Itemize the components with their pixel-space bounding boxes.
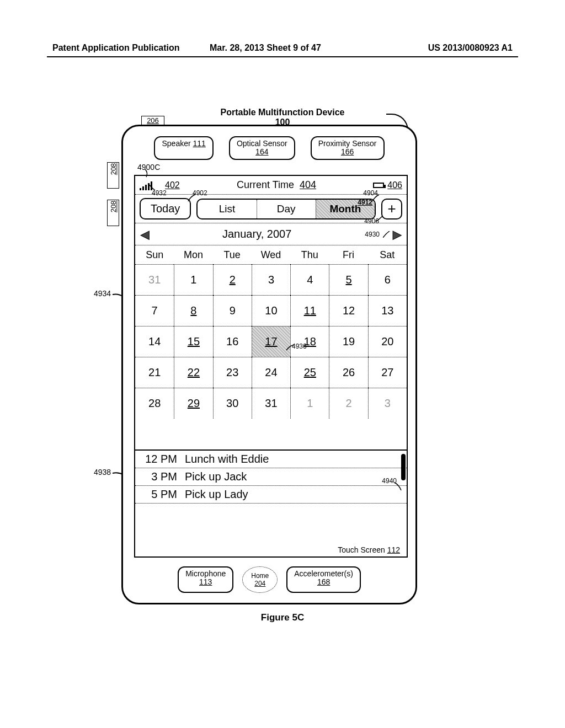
ref-4904: 4904 (363, 189, 378, 197)
header-center: Mar. 28, 2013 Sheet 9 of 47 (210, 43, 321, 53)
current-time-text: Current Time (237, 179, 294, 190)
title-line1: Portable Multifunction Device (0, 108, 565, 117)
accel-label: Accelerometer(s) (294, 570, 353, 578)
calendar-day-cell[interactable]: 2 (213, 264, 252, 295)
calendar-day-cell[interactable]: 3 (368, 388, 407, 419)
speaker-ref: 111 (193, 139, 206, 148)
calendar-grid[interactable]: 3112345678910111213141516171819202122232… (135, 264, 407, 449)
calendar-day-cell[interactable]: 16 (213, 326, 252, 357)
event-time: 5 PM (141, 488, 185, 501)
event-row[interactable]: 12 PMLunch with Eddie (135, 451, 407, 468)
calendar-day-cell[interactable]: 8 (174, 295, 212, 326)
calendar-day-cell[interactable]: 27 (368, 357, 407, 388)
ref-4930-lead (383, 231, 391, 238)
calendar-day-cell[interactable]: 24 (252, 357, 290, 388)
calendar-day-cell[interactable]: 21 (135, 357, 174, 388)
header-left: Patent Application Publication (52, 43, 180, 53)
seg-month-label: Month (329, 203, 361, 215)
speaker-pill: Speaker 111 (154, 136, 213, 160)
ref-206: 206 (147, 116, 159, 125)
calendar-day-cell[interactable]: 9 (213, 295, 252, 326)
calendar-day-cell[interactable]: 17 (252, 326, 290, 357)
proximity-label: Proximity Sensor (318, 140, 377, 148)
ref-208-box-1: 208 (107, 162, 119, 189)
calendar-day-cell[interactable]: 4 (290, 264, 329, 295)
dow-cell: Fri (329, 249, 367, 261)
dow-cell: Wed (252, 249, 290, 261)
event-row[interactable]: 3 PMPick up Jack (135, 468, 407, 486)
header-rule (47, 56, 518, 57)
next-month-button[interactable]: 4930 ▶ (365, 228, 401, 241)
month-header: ◀ 4932 January, 2007 4930 ▶ (135, 223, 407, 245)
calendar-day-cell[interactable]: 31 (135, 264, 174, 295)
ref-208-2: 208 (107, 201, 120, 213)
calendar-day-cell[interactable]: 14 (135, 326, 174, 357)
calendar-day-cell[interactable]: 2 (329, 388, 367, 419)
calendar-day-cell[interactable]: 13 (368, 295, 407, 326)
optical-sensor-pill: Optical Sensor 164 (229, 136, 295, 160)
calendar-day-cell[interactable]: 23 (213, 357, 252, 388)
home-label: Home (251, 572, 269, 580)
dow-cell: Sat (368, 249, 407, 261)
calendar-day-cell[interactable]: 10 (252, 295, 290, 326)
today-button[interactable]: Today (140, 198, 191, 220)
ref-4906: 4906 (364, 217, 379, 225)
ref-4940: 4940 (382, 477, 397, 485)
calendar-day-cell[interactable]: 26 (329, 357, 367, 388)
scrollbar-thumb[interactable] (401, 454, 406, 480)
calendar-day-cell[interactable]: 19 (329, 326, 367, 357)
event-time: 12 PM (141, 453, 185, 465)
seg-list[interactable]: List (198, 200, 256, 218)
header-right: US 2013/0080923 A1 (428, 43, 513, 53)
dow-cell: Thu (290, 249, 329, 261)
accel-ref: 168 (317, 577, 330, 586)
ref-402: 402 (165, 180, 180, 190)
month-title: January, 2007 (222, 228, 291, 240)
calendar-day-cell[interactable]: 1 (290, 388, 329, 419)
event-title: Lunch with Eddie (185, 453, 269, 465)
seg-month[interactable]: 4912 Month (316, 200, 375, 218)
event-row[interactable]: 5 PMPick up Lady (135, 486, 407, 504)
calendar-day-cell[interactable]: 20 (368, 326, 407, 357)
event-list[interactable]: 12 PMLunch with Eddie3 PMPick up Jack5 P… (135, 449, 407, 504)
calendar-day-cell[interactable]: 7 (135, 295, 174, 326)
calendar-day-cell[interactable]: 6 (368, 264, 407, 295)
battery-group: 406 (373, 180, 402, 190)
add-event-button[interactable]: + (381, 199, 402, 220)
hardware-top-row: Speaker 111 Optical Sensor 164 Proximity… (123, 136, 415, 160)
ref-4902: 4902 (193, 189, 207, 197)
signal-icon (140, 180, 162, 190)
speaker-label: Speaker (162, 139, 190, 148)
optical-label: Optical Sensor (237, 140, 287, 148)
ref-208-box-2: 208 (107, 200, 119, 226)
calendar-day-cell[interactable]: 12 (329, 295, 367, 326)
calendar-day-cell[interactable]: 31 (252, 388, 290, 419)
calendar-day-cell[interactable]: 15 (174, 326, 212, 357)
calendar-day-cell[interactable]: 28 (135, 388, 174, 419)
ref-406: 406 (387, 180, 402, 190)
view-segmented-control[interactable]: List Day 4912 Month (196, 199, 376, 220)
figure-label: Figure 5C (0, 612, 565, 623)
proximity-ref: 166 (341, 147, 354, 156)
calendar-day-cell[interactable]: 29 (174, 388, 212, 419)
proximity-sensor-pill: Proximity Sensor 166 (311, 136, 385, 160)
calendar-day-cell[interactable]: 1 (174, 264, 212, 295)
calendar-day-cell[interactable]: 5 (329, 264, 367, 295)
calendar-day-cell[interactable]: 3 (252, 264, 290, 295)
calendar-day-cell[interactable]: 25 (290, 357, 329, 388)
hardware-bottom-row: Microphone 113 Home 204 Accelerometer(s)… (123, 566, 415, 593)
home-button[interactable]: Home 204 (242, 566, 278, 593)
calendar-day-cell[interactable]: 22 (174, 357, 212, 388)
calendar-day-cell[interactable]: 18 (290, 326, 329, 357)
calendar-day-cell[interactable]: 11 (290, 295, 329, 326)
day-of-week-row: SunMonTueWedThuFriSat (135, 245, 407, 264)
battery-icon (373, 183, 384, 188)
prev-month-button[interactable]: ◀ (141, 228, 149, 241)
touch-screen[interactable]: 402 Current Time 404 406 Today List Day … (134, 175, 408, 558)
plus-icon: + (387, 200, 396, 217)
calendar-day-cell[interactable]: 30 (213, 388, 252, 419)
seg-day[interactable]: Day (257, 200, 316, 218)
device-body: Speaker 111 Optical Sensor 164 Proximity… (121, 125, 417, 604)
ts-text: Touch Screen (338, 545, 385, 554)
dow-cell: Tue (213, 249, 252, 261)
